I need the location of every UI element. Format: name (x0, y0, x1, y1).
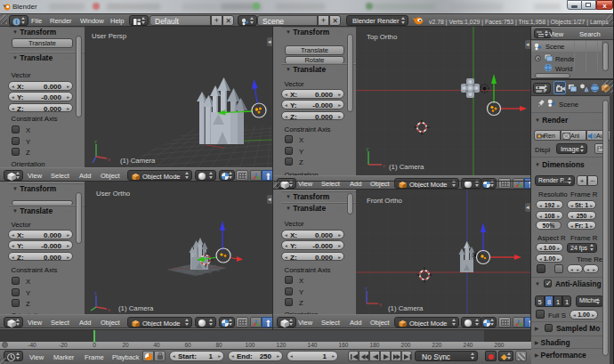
svg-text:x: x (379, 302, 382, 307)
svg-text:y: y (367, 146, 369, 151)
svg-text:x: x (108, 157, 110, 162)
svg-text:z: z (94, 139, 97, 144)
svg-text:z: z (365, 286, 368, 291)
svg-text:x: x (108, 307, 110, 312)
svg-text:z: z (94, 290, 97, 295)
svg-text:x: x (383, 163, 385, 168)
